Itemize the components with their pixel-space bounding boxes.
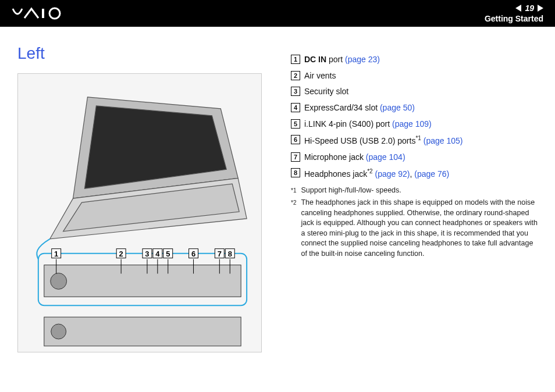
callout-item-2: 2Air vents <box>291 70 538 83</box>
footnote-text: The headphones jack in this shape is equ… <box>301 198 538 259</box>
footnote-mark: *2 <box>291 198 296 259</box>
callout-number: 1 <box>291 55 300 64</box>
left-column: Left 1 2 3 4 <box>17 44 291 352</box>
svg-text:6: 6 <box>191 250 195 258</box>
callout-item-5: 5i.LINK 4-pin (S400) port (page 109) <box>291 118 538 131</box>
section-label: Getting Started <box>485 14 543 23</box>
callout-item-4: 4ExpressCard/34 slot (page 50) <box>291 102 538 115</box>
callout-text: Hi-Speed USB (USB 2.0) ports*1 (page 105… <box>304 134 462 147</box>
page-link[interactable]: (page 23) <box>345 55 380 64</box>
callout-text: i.LINK 4-pin (S400) port (page 109) <box>304 118 432 131</box>
callout-number: 2 <box>291 71 300 80</box>
callout-item-3: 3Security slot <box>291 85 538 98</box>
svg-text:7: 7 <box>218 250 222 258</box>
page-link[interactable]: (page 104) <box>366 152 405 162</box>
vaio-logo <box>12 6 76 20</box>
callout-number: 5 <box>291 119 300 129</box>
callout-superscript: *2 <box>367 168 372 174</box>
footnotes: *1Support high-/full-/low- speeds.*2The … <box>291 186 538 259</box>
callout-text: Headphones jack*2 (page 92), (page 76) <box>304 167 449 180</box>
svg-text:8: 8 <box>228 250 232 258</box>
footnote: *2The headphones jack in this shape is e… <box>291 198 538 259</box>
callout-item-8: 8Headphones jack*2 (page 92), (page 76) <box>291 167 538 180</box>
footnote: *1Support high-/full-/low- speeds. <box>291 186 538 196</box>
callout-bold-label: DC IN <box>304 55 326 64</box>
callout-number: 3 <box>291 87 300 96</box>
svg-text:2: 2 <box>119 250 123 258</box>
callout-list: 1DC IN port (page 23)2Air vents3Security… <box>291 54 538 181</box>
svg-rect-33 <box>44 317 241 346</box>
callout-item-7: 7Microphone jack (page 104) <box>291 151 538 164</box>
callout-rest-label: port <box>326 55 345 64</box>
callout-item-6: 6Hi-Speed USB (USB 2.0) ports*1 (page 10… <box>291 134 538 147</box>
page-link[interactable]: (page 92) <box>375 169 410 179</box>
svg-point-1 <box>49 8 60 19</box>
left-side-ports-figure: 1 2 3 4 5 6 7 8 <box>17 73 262 352</box>
callout-text: Air vents <box>304 70 336 83</box>
callout-number: 7 <box>291 152 300 162</box>
svg-text:5: 5 <box>166 250 170 258</box>
page-nav: 19 Getting Started <box>485 3 543 23</box>
callout-number: 6 <box>291 135 300 144</box>
callout-number: 8 <box>291 168 300 177</box>
callout-item-1: 1DC IN port (page 23) <box>291 54 538 66</box>
footnote-text: Support high-/full-/low- speeds. <box>301 186 538 196</box>
page-number: 19 <box>525 3 534 13</box>
callout-rest-label: Air vents <box>304 71 336 80</box>
callout-text: DC IN port (page 23) <box>304 54 380 66</box>
svg-text:3: 3 <box>145 250 149 258</box>
callout-rest-label: Microphone jack <box>304 152 366 162</box>
callout-rest-label: i.LINK 4-pin (S400) port <box>304 119 392 129</box>
page-link[interactable]: (page 76) <box>414 169 449 179</box>
callout-rest-label: Security slot <box>304 87 348 96</box>
page-link[interactable]: (page 50) <box>380 103 415 112</box>
vaio-logo-svg <box>12 6 76 20</box>
page-arrows: 19 <box>515 3 543 13</box>
svg-point-8 <box>51 273 67 290</box>
right-column: 1DC IN port (page 23)2Air vents3Security… <box>291 44 538 352</box>
page-link[interactable]: (page 105) <box>424 136 463 145</box>
footnote-mark: *1 <box>291 186 296 196</box>
callout-number: 4 <box>291 103 300 112</box>
callout-rest-label: Hi-Speed USB (USB 2.0) ports <box>304 136 415 145</box>
page-body: Left 1 2 3 4 <box>0 27 555 352</box>
page-title: Left <box>17 44 291 63</box>
svg-rect-0 <box>42 9 44 18</box>
svg-text:1: 1 <box>54 250 58 258</box>
figure-svg: 1 2 3 4 5 6 7 8 <box>18 73 261 352</box>
callout-rest-label: Headphones jack <box>304 169 367 179</box>
svg-point-34 <box>51 324 66 339</box>
callout-text: Security slot <box>304 85 348 98</box>
callout-rest-label: ExpressCard/34 slot <box>304 103 380 112</box>
svg-rect-7 <box>44 265 241 297</box>
callout-text: ExpressCard/34 slot (page 50) <box>304 102 415 115</box>
header-bar: 19 Getting Started <box>0 0 555 27</box>
page-link[interactable]: (page 109) <box>392 119 432 129</box>
next-page-arrow-icon[interactable] <box>538 5 543 12</box>
callout-text: Microphone jack (page 104) <box>304 151 405 164</box>
callout-superscript: *1 <box>415 135 421 141</box>
svg-text:4: 4 <box>155 250 160 258</box>
prev-page-arrow-icon[interactable] <box>515 5 521 12</box>
